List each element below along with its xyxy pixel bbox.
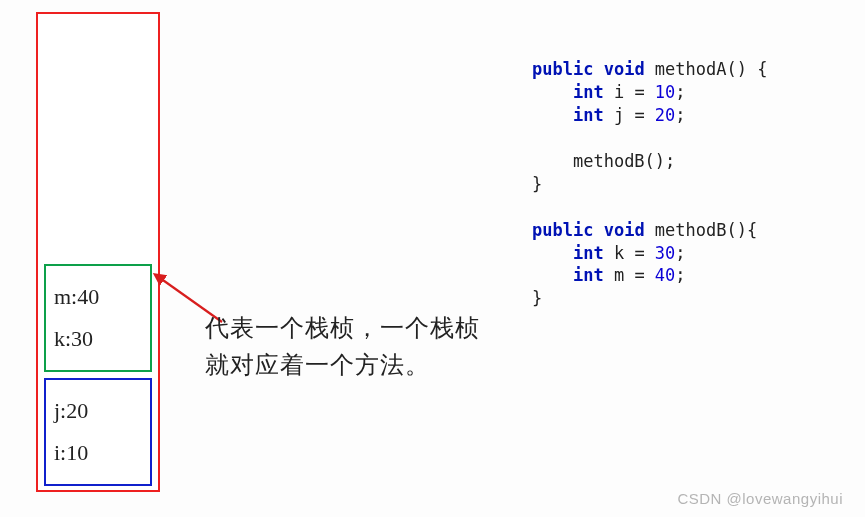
stack-frame-annotation: 代表一个栈桢，一个栈桢 就对应着一个方法。 (205, 310, 480, 384)
keyword-void: void (604, 59, 645, 79)
val-m: 40 (655, 265, 675, 285)
stack-frame-methoda: j:20 i:10 (44, 378, 152, 486)
code-sample: public void methodA() { int i = 10; int … (532, 58, 767, 310)
decl-m: m = (604, 265, 655, 285)
decl-i: i = (604, 82, 655, 102)
semi: ; (675, 265, 685, 285)
semi: ; (675, 105, 685, 125)
decl-k: k = (604, 243, 655, 263)
var-i: i:10 (54, 440, 142, 466)
methoda-signature: methodA() { (645, 59, 768, 79)
keyword-int: int (573, 243, 604, 263)
keyword-public: public (532, 220, 593, 240)
decl-j: j = (604, 105, 655, 125)
methodb-signature: methodB(){ (645, 220, 758, 240)
keyword-int: int (573, 105, 604, 125)
annotation-line2: 就对应着一个方法。 (205, 347, 480, 384)
annotation-line1: 代表一个栈桢，一个栈桢 (205, 310, 480, 347)
semi: ; (675, 82, 685, 102)
keyword-int: int (573, 82, 604, 102)
keyword-void: void (604, 220, 645, 240)
val-i: 10 (655, 82, 675, 102)
close-brace: } (532, 174, 542, 194)
semi: ; (675, 243, 685, 263)
var-m: m:40 (54, 284, 142, 310)
var-k: k:30 (54, 326, 142, 352)
val-j: 20 (655, 105, 675, 125)
close-brace: } (532, 288, 542, 308)
watermark-text: CSDN @lovewangyihui (677, 490, 843, 507)
stack-frame-methodb: m:40 k:30 (44, 264, 152, 372)
keyword-public: public (532, 59, 593, 79)
keyword-int: int (573, 265, 604, 285)
var-j: j:20 (54, 398, 142, 424)
stack-container: m:40 k:30 j:20 i:10 (36, 12, 160, 492)
val-k: 30 (655, 243, 675, 263)
call-methodb: methodB(); (573, 151, 675, 171)
